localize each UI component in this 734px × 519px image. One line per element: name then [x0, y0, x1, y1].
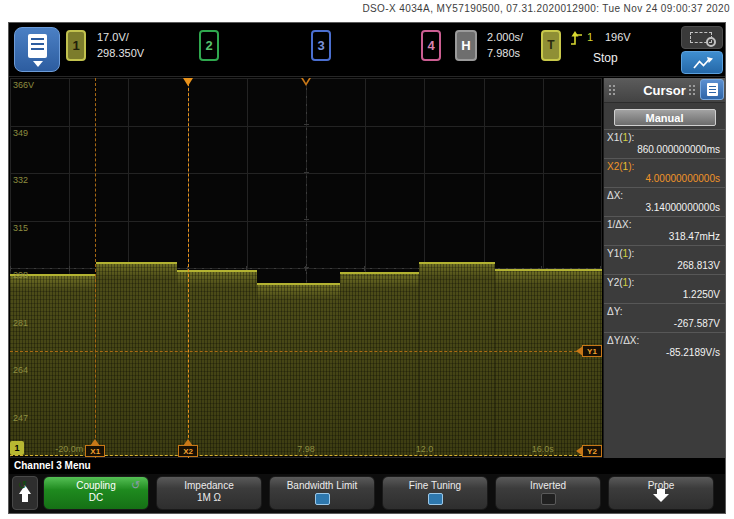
waveform-segment [419, 262, 495, 456]
cursor-entry-value: 318.47mHz [607, 231, 722, 242]
time-axis-label: -20.0m [55, 444, 83, 454]
cursor-panel-header[interactable]: Cursor [604, 78, 725, 103]
cursor-x1-line [95, 78, 96, 458]
cursor-entry-label: Y1(1): [607, 248, 722, 259]
cursor-entry-label: 1/ΔX: [607, 219, 722, 230]
channel1-button[interactable]: 1 [66, 30, 86, 61]
cursor-entry-label: ΔY/ΔX: [607, 335, 722, 346]
cursor-entry-x2-1: X2(1):4.00000000000s [604, 158, 725, 187]
softkey-checkbox[interactable] [428, 493, 443, 505]
softkey-impedance[interactable]: Impedance↺1M Ω [156, 476, 262, 510]
toolbar: 1 17.0V/ 298.350V 2 3 4 H 2.000s/ 7.980s… [9, 23, 725, 77]
cursor-entry-x1-1: X1(1):860.000000000ms [604, 129, 725, 158]
cursor-entry-value: -85.2189V/s [607, 347, 722, 358]
menu-icon [28, 34, 47, 58]
chevron-down-icon [33, 61, 43, 67]
zoom-window-icon[interactable] [681, 26, 723, 49]
cursor-readouts: X1(1):860.000000000msX2(1):4.00000000000… [604, 129, 725, 361]
cursor-entry-label: Y2(1): [607, 277, 722, 288]
softkey-checkbox[interactable] [315, 493, 330, 505]
channel1-readout: 17.0V/ 298.350V [97, 29, 167, 61]
cursor-y1-line [10, 351, 602, 352]
cursor-entry-label: X1(1): [607, 132, 722, 143]
softkey-fine-tuning[interactable]: Fine Tuning [382, 476, 488, 510]
voltage-axis-label: 366V [13, 80, 34, 90]
cursor-entry-x: ΔX:3.14000000000s [604, 187, 725, 216]
cursor-entry-value: -267.587V [607, 318, 722, 329]
cursor-entry-1-x: 1/ΔX:318.47mHz [604, 216, 725, 245]
trigger-edge-icon [570, 30, 583, 51]
softkey-label: Inverted [496, 480, 600, 491]
cycle-arrow-icon: ↺ [131, 479, 140, 492]
cursor-entry-label: ΔX: [607, 190, 722, 201]
drag-grip-icon [608, 84, 617, 97]
cursor-y1-handle[interactable]: Y1 [582, 345, 602, 357]
cursor-entry-value: 860.000000000ms [607, 144, 722, 155]
channel1-offset: 298.350V [97, 45, 167, 61]
cursor-entry-y1-1: Y1(1):268.813V [604, 245, 725, 274]
main-menu-button[interactable] [14, 27, 60, 72]
cursor-mode-button[interactable]: Manual [614, 109, 716, 126]
cursor-panel-title: Cursor [643, 83, 686, 98]
cursor-entry-y2-1: Y2(1):1.2250V [604, 274, 725, 303]
trigger-button[interactable]: T [541, 30, 561, 61]
voltage-axis-label: 332 [13, 175, 28, 185]
waveform-segment [257, 283, 340, 456]
time-axis-label: 16.0s [532, 444, 554, 454]
voltage-axis-label: 315 [13, 223, 28, 233]
cursor-entry-value: 1.2250V [607, 289, 722, 300]
cursor-entry-value: 268.813V [607, 260, 722, 271]
waveform-segment [340, 272, 419, 456]
voltage-axis-label: 264 [13, 365, 28, 375]
channel1-scale: 17.0V/ [97, 29, 167, 45]
softkey-checkbox[interactable] [541, 493, 556, 505]
voltage-axis-label: 281 [13, 318, 28, 328]
cursor-entry-value: 4.00000000000s [607, 173, 722, 184]
softkey-probe[interactable]: Probe [608, 476, 714, 510]
voltage-axis-label: 298 [13, 270, 28, 280]
time-axis-label: 12.0 [416, 444, 434, 454]
menu-title: Channel 3 Menu [14, 460, 91, 471]
trigger-mode-status: Stop [593, 51, 618, 65]
channel3-button[interactable]: 3 [311, 30, 331, 61]
cursor-entry-label: X2(1): [607, 161, 722, 172]
drag-grip-icon [688, 84, 697, 97]
cursor-x1-handle[interactable]: X1 [85, 445, 105, 457]
cursor-x2-line [188, 78, 189, 458]
cursor-x2-handle[interactable]: X2 [178, 445, 198, 457]
softkey-bandwidth-limit[interactable]: Bandwidth Limit [269, 476, 375, 510]
cursor-panel: Cursor Manual X1(1):860.000000000msX2(1)… [603, 78, 725, 458]
waveform-segment [495, 269, 602, 456]
waveform-display[interactable]: 366V349332315298281264247-20.0m3.987.981… [10, 78, 602, 458]
cycle-arrow-icon: ↺ [18, 479, 27, 492]
submenu-down-arrow-icon [653, 494, 669, 502]
oscilloscope-screen: 1 17.0V/ 298.350V 2 3 4 H 2.000s/ 7.980s… [8, 22, 726, 514]
cursor-entry-label: ΔY: [607, 306, 722, 317]
channel4-button[interactable]: 4 [421, 30, 441, 61]
horizontal-button[interactable]: H [455, 30, 477, 61]
cursor-y2-handle[interactable]: Y2 [582, 445, 602, 457]
channel2-button[interactable]: 2 [199, 30, 219, 61]
menu-doc-icon [707, 83, 718, 96]
cursor-entry-y: ΔY:-267.587V [604, 303, 725, 332]
softkey-label: Impedance↺ [157, 480, 261, 491]
voltage-axis-label: 349 [13, 128, 28, 138]
time-reference-marker [301, 78, 311, 86]
cursor-entry-y-x: ΔY/ΔX:-85.2189V/s [604, 332, 725, 361]
waveform-segment [96, 262, 177, 456]
softkey-value: 1M Ω [157, 492, 261, 503]
softkey-inverted[interactable]: Inverted [495, 476, 601, 510]
touch-gesture-icon[interactable] [681, 51, 723, 74]
dashed-rect-magnifier-icon [690, 32, 712, 43]
softkey-value: DC [44, 492, 148, 503]
trigger-level: 196V [605, 31, 631, 43]
softkey-label: Fine Tuning [383, 480, 487, 491]
cursor-entry-value: 3.14000000000s [607, 202, 722, 213]
cursor-x2-top-marker [183, 78, 193, 86]
cursor-menu-button[interactable] [700, 79, 724, 100]
channel1-ground-marker: 1 [10, 441, 24, 455]
trigger-source: 1 [587, 31, 593, 43]
softkey-label: Bandwidth Limit [270, 480, 374, 491]
time-axis-label: 7.98 [297, 444, 315, 454]
screen-title: DSO-X 4034A, MY57190500, 07.31.202001290… [0, 3, 730, 19]
